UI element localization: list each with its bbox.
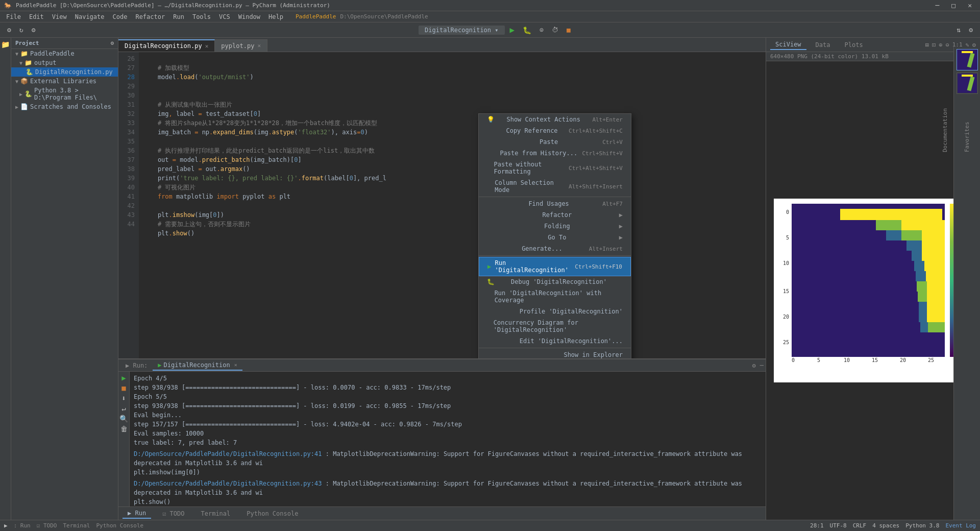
menu-file[interactable]: File [2, 12, 25, 21]
ctx-folding[interactable]: Folding ▶ [479, 221, 631, 232]
ctx-edit[interactable]: Edit 'DigitalRecognition'... [479, 335, 631, 347]
ctx-show-explorer[interactable]: Show in Explorer [479, 349, 631, 358]
profile-btn[interactable]: ⏱ [549, 25, 561, 35]
project-config-btn[interactable]: ⚙ [4, 25, 14, 35]
ctx-column-mode[interactable]: Column Selection Mode Alt+Shift+Insert [479, 177, 631, 196]
run-tab-digitalrecognition[interactable]: ▶ DigitalRecognition ✕ [153, 360, 242, 371]
terminal-status[interactable]: Terminal [63, 522, 90, 529]
tree-python38[interactable]: ▶ 🐍 Python 3.8 > D:\Program Files\ [11, 86, 118, 102]
sciview-tab-data[interactable]: Data [811, 40, 836, 50]
run-panel-minimize-icon[interactable]: ─ [760, 362, 764, 369]
run-panel-settings-icon[interactable]: ⚙ [752, 362, 756, 369]
tree-output[interactable]: ▼ 📁 output [11, 58, 118, 67]
menu-help[interactable]: Help [264, 12, 287, 21]
tree-scratches[interactable]: ▶ 📄 Scratches and Consoles [11, 102, 118, 111]
maximize-button[interactable]: □ [947, 2, 960, 9]
ctx-generate[interactable]: Generate... Alt+Insert [479, 243, 631, 254]
documentation-label[interactable]: Documentation [942, 106, 948, 154]
menu-view[interactable]: View [48, 12, 71, 21]
run-btn[interactable]: ▶ [507, 24, 518, 36]
ctx-find-usages[interactable]: Find Usages Alt+F7 [479, 198, 631, 209]
settings2-btn[interactable]: ⚙ [966, 25, 976, 35]
console-link-line43[interactable]: D:/OpenSource/PaddlePaddle/DigitalRecogn… [134, 480, 322, 487]
ctx-concurrency-diagram[interactable]: Concurrency Diagram for 'DigitalRecognit… [479, 317, 631, 335]
ctx-profile[interactable]: Profile 'DigitalRecognition' [479, 306, 631, 317]
stop-run-btn[interactable]: ■ [120, 384, 128, 392]
menu-vcs[interactable]: VCS [215, 12, 234, 21]
tree-paddlepaddle[interactable]: ▼ 📁 PaddlePaddle [11, 49, 118, 58]
menu-navigate[interactable]: Navigate [71, 12, 109, 21]
ctx-show-context-actions[interactable]: 💡 Show Context Actions Alt+Enter [479, 114, 631, 125]
todo-status[interactable]: ☑ TODO [37, 522, 57, 529]
ctx-goto[interactable]: Go To ▶ [479, 232, 631, 243]
tree-digitalrecognition[interactable]: 🐍 DigitalRecognition.py [11, 67, 118, 77]
scroll-end-btn[interactable]: ⬇ [120, 394, 128, 402]
tab-pyplot[interactable]: pyplot.py ✕ [215, 39, 267, 52]
rerun-btn[interactable]: ▶ [120, 374, 128, 382]
tab-run[interactable]: ▶ Run [122, 509, 151, 519]
minimize-button[interactable]: ─ [932, 2, 944, 9]
project-settings-icon[interactable]: ⚙ [110, 40, 114, 46]
project-tool-icon[interactable]: 📁 [1, 40, 10, 49]
sciview-tab-sciview[interactable]: SciView [770, 40, 806, 50]
git-update-btn[interactable]: ⇅ [953, 25, 964, 35]
ctx-item-label: Paste from History... [500, 150, 577, 157]
sciview-expand-icon[interactable]: ⊡ [932, 41, 936, 49]
tab-digitalrecognition[interactable]: DigitalRecognition.py ✕ [118, 39, 215, 52]
code-editor[interactable]: 26 27 28 29 30 31 32 33 34 35 36 37 38 3… [118, 52, 766, 358]
run-panel-settings-btn[interactable]: ▶ Run: [120, 361, 153, 370]
run-status-label[interactable]: : Run [14, 522, 31, 529]
menu-window[interactable]: Window [234, 12, 264, 21]
ctx-paste[interactable]: Paste Ctrl+V [479, 136, 631, 148]
tab-close-icon[interactable]: ✕ [205, 43, 209, 50]
sciview-zoom-in-icon[interactable]: ⊕ [939, 41, 942, 49]
menu-code[interactable]: Code [109, 12, 132, 21]
thumbnail-2[interactable] [957, 73, 978, 94]
clear-btn[interactable]: 🗑 [120, 425, 128, 433]
thumbnail-1[interactable] [957, 49, 978, 70]
indent-status[interactable]: 4 spaces [872, 522, 899, 529]
menu-run[interactable]: Run [169, 12, 188, 21]
console-link-line41[interactable]: D:/OpenSource/PaddlePaddle/DigitalRecogn… [134, 450, 322, 457]
submenu-arrow-icon: ▶ [619, 211, 623, 219]
ctx-paste-history[interactable]: Paste from History... Ctrl+Shift+V [479, 148, 631, 159]
coverage-btn[interactable]: ⊙ [536, 25, 547, 35]
line-separator-status[interactable]: CRLF [853, 522, 867, 529]
ctx-refactor[interactable]: Refactor ▶ [479, 209, 631, 221]
sync-btn[interactable]: ↻ [16, 25, 27, 35]
menu-edit[interactable]: Edit [25, 12, 48, 21]
filter-btn[interactable]: 🔍 [120, 415, 128, 423]
sciview-tab-plots[interactable]: Plots [839, 40, 868, 50]
python-console-status[interactable]: Python Console [96, 522, 143, 529]
heatmap-diag2c [922, 240, 945, 251]
tab-python-console[interactable]: Python Console [241, 509, 303, 518]
run-tab-close-icon[interactable]: ✕ [234, 362, 237, 368]
event-log-status[interactable]: Event Log [945, 522, 976, 529]
sciview-zoom-out-icon[interactable]: ⊖ [945, 41, 949, 49]
ctx-paste-no-format[interactable]: Paste without Formatting Ctrl+Alt+Shift+… [479, 159, 631, 177]
ctx-copy-reference[interactable]: Copy Reference Ctrl+Alt+Shift+C [479, 125, 631, 136]
menu-refactor[interactable]: Refactor [131, 12, 169, 21]
tree-external-libs[interactable]: ▼ 📦 External Libraries [11, 77, 118, 86]
console-line: D:/OpenSource/PaddlePaddle/DigitalRecogn… [134, 449, 762, 468]
code-content[interactable]: # 加载模型 model.load('output/mnist') # 从测试集… [139, 52, 766, 358]
ctx-run-with-coverage[interactable]: Run 'DigitalRecognition' with Coverage [479, 287, 631, 306]
tab-close-icon[interactable]: ✕ [257, 42, 261, 49]
sciview-grid-icon[interactable]: ⊞ [925, 41, 929, 49]
title-bar-left: 🐎 PaddlePaddle [D:\OpenSource\PaddlePadd… [4, 2, 330, 9]
menu-tools[interactable]: Tools [188, 12, 215, 21]
encoding-status[interactable]: UTF-8 [830, 522, 847, 529]
tab-terminal[interactable]: Terminal [196, 509, 236, 518]
favorites-label[interactable]: Favorites [964, 106, 970, 154]
debug-btn[interactable]: 🐛 [520, 25, 534, 35]
run-config-select[interactable]: DigitalRecognition ▾ [419, 26, 505, 35]
soft-wrap-btn[interactable]: ↵ [120, 404, 128, 413]
close-button[interactable]: ✕ [964, 2, 976, 9]
arrow-icon: ▶ [19, 91, 22, 97]
ctx-run-digitalrecognition[interactable]: ▶ Run 'DigitalRecognition' Ctrl+Shift+F1… [479, 257, 631, 276]
tab-todo[interactable]: ☑ TODO [157, 509, 189, 518]
python-version-status[interactable]: Python 3.8 [905, 522, 939, 529]
settings-btn[interactable]: ⚙ [29, 25, 39, 35]
stop-btn[interactable]: ■ [564, 25, 574, 35]
ctx-debug-digitalrecognition[interactable]: 🐛 Debug 'DigitalRecognition' [479, 276, 631, 287]
